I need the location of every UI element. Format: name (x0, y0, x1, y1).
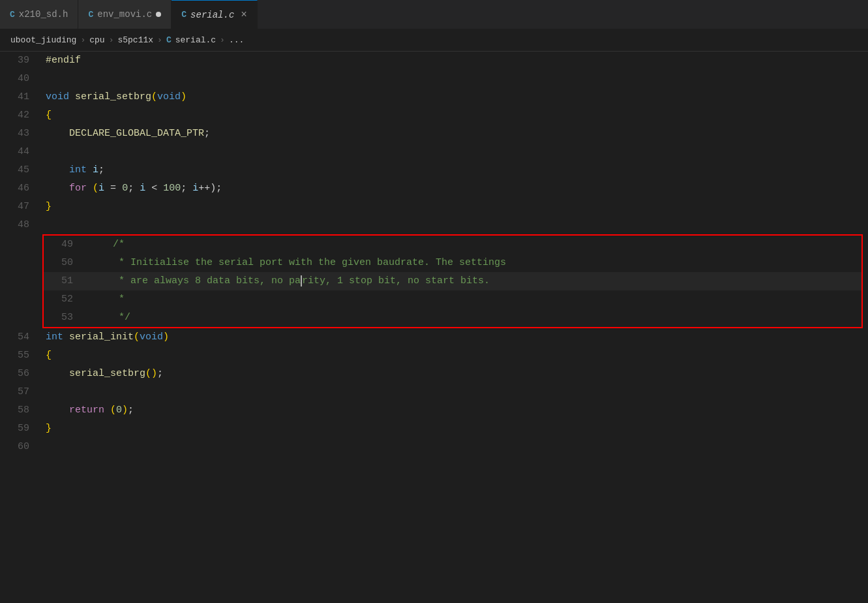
line-number: 54 (0, 328, 42, 347)
code-line: 40 (0, 70, 868, 88)
line-content: int serial_init(void) (42, 328, 868, 347)
code-line: 48 (0, 216, 868, 234)
code-line: 56 serial_setbrg(); (0, 365, 868, 383)
tab-label: x210_sd.h (19, 9, 68, 20)
breadcrumb-part[interactable]: ... (229, 35, 244, 45)
line-content: /* (86, 236, 861, 254)
code-line: 46 for (i = 0; i < 100; i++); (0, 179, 868, 198)
line-numbers-spacer (0, 234, 42, 328)
close-tab-button[interactable]: × (241, 9, 247, 21)
line-number: 47 (0, 198, 42, 216)
line-number: 49 (44, 236, 86, 254)
highlighted-code-line: 49 /* (44, 236, 861, 254)
line-number: 46 (0, 179, 42, 198)
breadcrumb-part[interactable]: s5pc11x (117, 35, 153, 45)
code-line: 39 #endif (0, 52, 868, 70)
line-number: 53 (44, 309, 86, 327)
code-line: 43 DECLARE_GLOBAL_DATA_PTR; (0, 125, 868, 143)
code-line: 44 (0, 143, 868, 161)
line-content: DECLARE_GLOBAL_DATA_PTR; (42, 125, 868, 143)
line-number: 40 (0, 70, 42, 88)
line-content (42, 70, 868, 88)
breadcrumb-sep: › (157, 35, 162, 45)
code-line: 41 void serial_setbrg(void) (0, 88, 868, 106)
c-file-icon-breadcrumb: C (166, 35, 172, 45)
line-content (42, 438, 868, 456)
line-content (42, 143, 868, 161)
breadcrumb-sep: › (220, 35, 225, 45)
line-content: serial_setbrg(); (42, 365, 868, 383)
line-number: 45 (0, 161, 42, 179)
line-number: 58 (0, 401, 42, 420)
line-content (42, 383, 868, 401)
line-number: 56 (0, 365, 42, 383)
highlighted-code-line: 53 */ (44, 309, 861, 327)
code-editor: 39 #endif 40 41 void serial_setbrg(void)… (0, 52, 868, 603)
tab-label: serial.c (190, 10, 234, 20)
line-number: 51 (44, 272, 86, 290)
c-file-icon: C (88, 10, 93, 20)
line-number: 42 (0, 106, 42, 125)
line-content: return (0); (42, 401, 868, 420)
line-number: 41 (0, 88, 42, 106)
line-content: { (42, 106, 868, 125)
line-content: * (86, 290, 861, 309)
code-line: 47 } (0, 198, 868, 216)
code-line: 45 int i; (0, 161, 868, 179)
breadcrumb-sep: › (109, 35, 114, 45)
code-line: 59 } (0, 420, 868, 438)
line-content (42, 216, 868, 234)
line-content: */ (86, 309, 861, 327)
tab-bar: C x210_sd.h C env_movi.c C serial.c × (0, 0, 868, 29)
tab-env-movi-c[interactable]: C env_movi.c (78, 0, 172, 29)
line-number: 55 (0, 347, 42, 365)
line-number: 60 (0, 438, 42, 456)
line-number: 50 (44, 254, 86, 272)
highlighted-code-line: 51 * are always 8 data bits, no parity, … (44, 272, 861, 290)
breadcrumb-part[interactable]: uboot_jiuding (10, 35, 76, 45)
line-number: 39 (0, 52, 42, 70)
highlighted-code-line: 52 * (44, 290, 861, 309)
line-content: int i; (42, 161, 868, 179)
line-number: 59 (0, 420, 42, 438)
c-file-icon: C (10, 10, 15, 20)
breadcrumb-part[interactable]: cpu (89, 35, 104, 45)
tab-label: env_movi.c (97, 9, 152, 20)
highlighted-border-box: 49 /* 50 * Initialise the serial port wi… (42, 234, 863, 328)
line-number: 52 (44, 290, 86, 309)
highlighted-comment-block: 49 /* 50 * Initialise the serial port wi… (0, 234, 868, 328)
code-line: 54 int serial_init(void) (0, 328, 868, 347)
line-content: for (i = 0; i < 100; i++); (42, 179, 868, 198)
line-content: { (42, 347, 868, 365)
line-content: * Initialise the serial port with the gi… (86, 254, 861, 272)
tab-x210-sd-h[interactable]: C x210_sd.h (0, 0, 78, 29)
line-number: 57 (0, 383, 42, 401)
code-line: 60 (0, 438, 868, 456)
line-content: #endif (42, 52, 868, 70)
tab-serial-c[interactable]: C serial.c × (172, 0, 258, 29)
c-file-icon: C (181, 10, 187, 20)
line-number: 48 (0, 216, 42, 234)
breadcrumb-part[interactable]: serial.c (175, 35, 216, 45)
line-content: } (42, 420, 868, 438)
line-number: 43 (0, 125, 42, 143)
line-content: } (42, 198, 868, 216)
line-number: 44 (0, 143, 42, 161)
code-line: 55 { (0, 347, 868, 365)
breadcrumb: uboot_jiuding › cpu › s5pc11x › C serial… (0, 29, 868, 52)
line-content: * are always 8 data bits, no parity, 1 s… (86, 272, 861, 290)
line-content: void serial_setbrg(void) (42, 88, 868, 106)
code-line: 57 (0, 383, 868, 401)
breadcrumb-sep: › (80, 35, 85, 45)
code-line: 58 return (0); (0, 401, 868, 420)
code-line: 42 { (0, 106, 868, 125)
modified-indicator (156, 12, 161, 17)
highlighted-code-line: 50 * Initialise the serial port with the… (44, 254, 861, 272)
